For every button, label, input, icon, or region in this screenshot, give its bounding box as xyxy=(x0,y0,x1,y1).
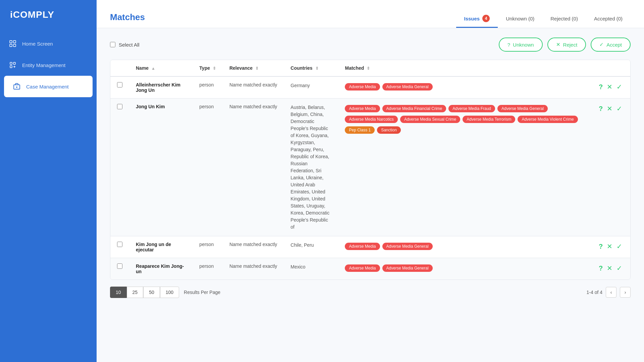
tab-accepted-label: Accepted (0) xyxy=(594,16,623,21)
cell-relevance: Name matched exactly xyxy=(223,99,284,236)
tab-issues[interactable]: Issues 4 xyxy=(456,10,498,28)
row-accept-icon-3[interactable]: ✓ xyxy=(616,243,622,250)
next-page-button[interactable]: › xyxy=(620,287,631,298)
cell-relevance: Name matched exactly xyxy=(223,76,284,99)
svg-rect-5 xyxy=(13,62,15,64)
tab-issues-label: Issues xyxy=(464,16,480,21)
cell-type: person xyxy=(193,236,223,258)
svg-rect-0 xyxy=(10,41,12,43)
page-size-buttons: 10 25 50 100 xyxy=(110,287,179,298)
row-accept-icon-4[interactable]: ✓ xyxy=(616,264,622,272)
matches-table: Name ▲ Type ⇕ Relevance ⇕ Countries ⇕ Ma… xyxy=(110,60,630,280)
matched-badge: Adverse Media General xyxy=(382,264,433,272)
svg-rect-2 xyxy=(10,44,12,47)
sidebar-item-home-screen[interactable]: Home Screen xyxy=(0,33,97,54)
prev-page-button[interactable]: ‹ xyxy=(606,287,616,298)
cell-name: Kim Jong un de ejecutar xyxy=(129,236,193,258)
entity-icon xyxy=(8,60,17,70)
page-size-10[interactable]: 10 xyxy=(110,287,127,298)
cell-name: Jong Un Kim xyxy=(129,99,193,236)
svg-rect-4 xyxy=(10,62,12,64)
row-checkbox-4[interactable] xyxy=(117,263,122,269)
cell-actions: ? ✕ ✓ xyxy=(591,99,630,236)
sidebar-item-entity-management[interactable]: Entity Management xyxy=(0,54,97,76)
cell-countries: Germany xyxy=(284,76,338,99)
svg-rect-1 xyxy=(13,41,16,43)
cell-name: Alleinherrscher Kim Jong Un xyxy=(129,76,193,99)
row-reject-icon-1[interactable]: ✕ xyxy=(607,83,612,90)
matched-badge: Adverse Media xyxy=(345,105,380,112)
row-unknown-icon-3[interactable]: ? xyxy=(599,243,603,250)
unknown-button-label: Unknown xyxy=(513,42,534,48)
table-row: Alleinherrscher Kim Jong UnpersonName ma… xyxy=(110,76,630,99)
tab-rejected[interactable]: Rejected (0) xyxy=(542,11,586,27)
accept-button[interactable]: ✓ Accept xyxy=(591,38,631,52)
matched-badge: Adverse Media Financial Crime xyxy=(382,105,446,112)
col-name: Name ▲ xyxy=(129,60,193,76)
page-size-50[interactable]: 50 xyxy=(143,287,160,298)
row-accept-icon-2[interactable]: ✓ xyxy=(616,105,622,112)
row-reject-icon-2[interactable]: ✕ xyxy=(607,105,612,112)
row-checkbox-1[interactable] xyxy=(117,82,122,87)
cell-relevance: Name matched exactly xyxy=(223,236,284,258)
cell-actions: ? ✕ ✓ xyxy=(591,76,630,99)
accept-button-label: Accept xyxy=(606,42,622,48)
page-title: Matches xyxy=(110,12,145,22)
pagination-nav: 1-4 of 4 ‹ › xyxy=(587,287,631,298)
unknown-button[interactable]: ? Unknown xyxy=(499,38,543,52)
matched-badge: Adverse Media General xyxy=(497,105,548,112)
page-size-25[interactable]: 25 xyxy=(127,287,144,298)
row-reject-icon-3[interactable]: ✕ xyxy=(607,243,612,250)
row-unknown-icon-4[interactable]: ? xyxy=(599,264,603,272)
page-size-100[interactable]: 100 xyxy=(160,287,179,298)
cell-type: person xyxy=(193,258,223,280)
cell-actions: ? ✕ ✓ xyxy=(591,236,630,258)
cell-type: person xyxy=(193,99,223,236)
tab-accepted[interactable]: Accepted (0) xyxy=(586,11,631,27)
select-all-label: Select All xyxy=(119,42,140,48)
col-type: Type ⇕ xyxy=(193,60,223,76)
reject-icon: ✕ xyxy=(556,42,560,48)
tab-rejected-label: Rejected (0) xyxy=(550,16,578,21)
row-checkbox-2[interactable] xyxy=(117,104,122,109)
reject-button-label: Reject xyxy=(563,42,578,48)
matched-badge: Adverse Media Terrorism xyxy=(463,116,515,123)
cell-countries: Austria, Belarus, Belgium, China, Democr… xyxy=(284,99,338,236)
sidebar: iCOMPLY Home Screen xyxy=(0,0,97,362)
cell-relevance: Name matched exactly xyxy=(223,258,284,280)
cell-matched: Adverse MediaAdverse Media General xyxy=(338,236,590,258)
matched-badge: Adverse Media General xyxy=(382,243,433,250)
matched-badge: Adverse Media xyxy=(345,83,380,90)
matches-table-container: Name ▲ Type ⇕ Relevance ⇕ Countries ⇕ Ma… xyxy=(110,60,631,280)
pagination-row: 10 25 50 100 Results Per Page 1-4 of 4 ‹… xyxy=(110,287,631,298)
reject-button[interactable]: ✕ Reject xyxy=(547,38,586,52)
table-row: Reaparece Kim Jong-unpersonName matched … xyxy=(110,258,630,280)
svg-rect-3 xyxy=(13,44,16,47)
row-unknown-icon-2[interactable]: ? xyxy=(599,105,603,112)
row-unknown-icon-1[interactable]: ? xyxy=(599,83,603,90)
cell-countries: Mexico xyxy=(284,258,338,280)
row-reject-icon-4[interactable]: ✕ xyxy=(607,264,612,272)
table-head: Name ▲ Type ⇕ Relevance ⇕ Countries ⇕ Ma… xyxy=(110,60,630,76)
sidebar-item-case-management[interactable]: Case Management xyxy=(4,76,93,97)
sidebar-item-home-screen-label: Home Screen xyxy=(22,41,53,47)
svg-rect-6 xyxy=(10,66,12,68)
cell-type: person xyxy=(193,76,223,99)
cell-matched: Adverse MediaAdverse Media General xyxy=(338,258,590,280)
content-area: Select All ? Unknown ✕ Reject ✓ Accept xyxy=(97,28,644,362)
row-checkbox-3[interactable] xyxy=(117,242,122,247)
select-all-checkbox[interactable] xyxy=(110,42,115,47)
select-all-row: Select All xyxy=(110,42,140,48)
pagination-range: 1-4 of 4 xyxy=(587,290,602,295)
matched-badge: Adverse Media xyxy=(345,264,380,272)
col-countries: Countries ⇕ xyxy=(284,60,338,76)
unknown-icon: ? xyxy=(507,42,510,48)
table-row: Jong Un KimpersonName matched exactlyAus… xyxy=(110,99,630,236)
col-matched: Matched ⇕ xyxy=(338,60,590,76)
toolbar-row: Select All ? Unknown ✕ Reject ✓ Accept xyxy=(110,38,631,52)
matched-badge: Adverse Media General xyxy=(382,83,433,90)
tab-unknown[interactable]: Unknown (0) xyxy=(498,11,542,27)
row-accept-icon-1[interactable]: ✓ xyxy=(616,83,622,90)
tab-bar: Issues 4 Unknown (0) Rejected (0) Accept… xyxy=(456,10,631,28)
table-body: Alleinherrscher Kim Jong UnpersonName ma… xyxy=(110,76,630,280)
